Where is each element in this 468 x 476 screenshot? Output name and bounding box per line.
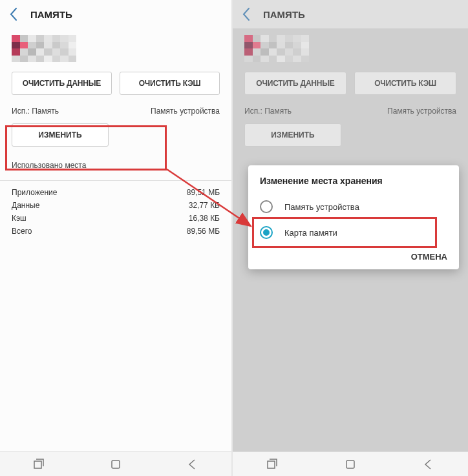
row-label: Данные xyxy=(12,201,39,210)
storage-info-row: Исп.: Память Память устройства xyxy=(233,101,468,118)
clear-cache-button[interactable]: ОЧИСТИТЬ КЭШ xyxy=(354,72,456,95)
back-nav-icon[interactable] xyxy=(186,458,199,471)
back-icon[interactable] xyxy=(239,7,253,21)
header: ПАМЯТЬ xyxy=(233,0,468,28)
svg-rect-0 xyxy=(112,460,120,468)
radio-unchecked-icon xyxy=(260,200,273,213)
back-nav-icon[interactable] xyxy=(422,458,435,471)
option-label: Карта памяти xyxy=(284,228,337,238)
data-row: Данные32,77 КБ xyxy=(12,199,220,212)
clear-cache-button[interactable]: ОЧИСТИТЬ КЭШ xyxy=(120,72,220,95)
back-icon[interactable] xyxy=(6,7,21,21)
storage-breakdown: Приложение89,51 МБДанные32,77 КБКэш16,38… xyxy=(0,181,231,243)
home-icon[interactable] xyxy=(109,458,122,471)
screen-left: ПАМЯТЬ ОЧИСТИТЬ ДАННЫЕ ОЧИСТИТЬ КЭШ Исп.… xyxy=(0,0,233,476)
app-icon xyxy=(233,28,468,65)
storage-change-dialog: Изменение места хранения Память устройст… xyxy=(248,165,459,269)
nav-bar xyxy=(233,451,468,476)
cancel-button[interactable]: ОТМЕНА xyxy=(411,252,447,262)
storage-value: Память устройства xyxy=(387,107,456,116)
used-label: Исп.: Память xyxy=(244,107,292,116)
used-space-label: Использовано места xyxy=(0,152,231,175)
data-row: Кэш16,38 КБ xyxy=(12,212,220,225)
recents-icon[interactable] xyxy=(32,458,45,471)
button-row: ОЧИСТИТЬ ДАННЫЕ ОЧИСТИТЬ КЭШ xyxy=(233,65,468,101)
row-label: Всего xyxy=(12,227,32,236)
change-button[interactable]: ИЗМЕНИТЬ xyxy=(244,123,341,147)
storage-value: Память устройства xyxy=(151,107,220,116)
page-title: ПАМЯТЬ xyxy=(30,9,72,20)
header: ПАМЯТЬ xyxy=(0,0,231,28)
dialog-title: Изменение места хранения xyxy=(248,176,459,194)
row-value: 32,77 КБ xyxy=(189,201,220,210)
home-icon[interactable] xyxy=(344,458,357,471)
button-row: ОЧИСТИТЬ ДАННЫЕ ОЧИСТИТЬ КЭШ xyxy=(0,65,231,101)
clear-data-button[interactable]: ОЧИСТИТЬ ДАННЫЕ xyxy=(244,72,346,95)
app-icon xyxy=(0,28,231,65)
row-label: Приложение xyxy=(12,188,57,197)
row-value: 89,56 МБ xyxy=(187,227,220,236)
row-value: 16,38 КБ xyxy=(189,214,220,223)
row-value: 89,51 МБ xyxy=(187,188,220,197)
radio-checked-icon xyxy=(260,226,273,239)
nav-bar xyxy=(0,451,231,476)
page-title: ПАМЯТЬ xyxy=(263,9,305,20)
recents-icon[interactable] xyxy=(266,458,279,471)
data-row: Приложение89,51 МБ xyxy=(12,186,220,199)
data-row: Всего89,56 МБ xyxy=(12,225,220,238)
change-button[interactable]: ИЗМЕНИТЬ xyxy=(12,123,109,147)
screen-right: ПАМЯТЬ ОЧИСТИТЬ ДАННЫЕ ОЧИСТИТЬ КЭШ Исп.… xyxy=(233,0,468,476)
clear-data-button[interactable]: ОЧИСТИТЬ ДАННЫЕ xyxy=(12,72,112,95)
storage-info-row: Исп.: Память Память устройства xyxy=(0,101,231,118)
dialog-option-device[interactable]: Память устройства xyxy=(248,194,459,220)
option-label: Память устройства xyxy=(284,202,359,212)
svg-rect-1 xyxy=(346,460,354,468)
dialog-option-sdcard[interactable]: Карта памяти xyxy=(248,220,459,245)
row-label: Кэш xyxy=(12,214,27,223)
used-label: Исп.: Память xyxy=(12,107,59,116)
